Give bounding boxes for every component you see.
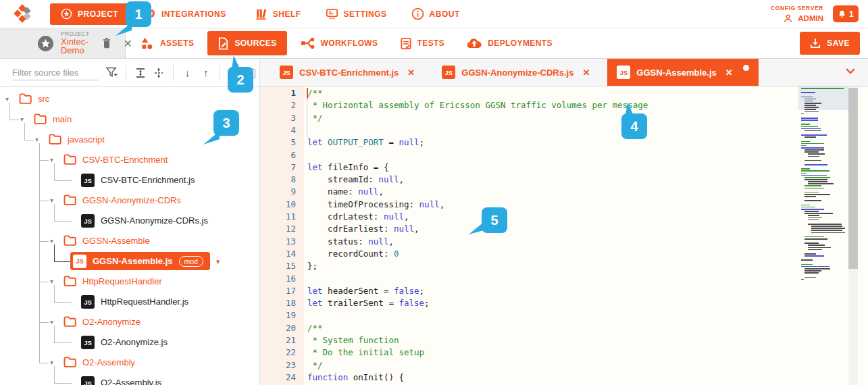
tree-file-label[interactable]: HttpRequestHandler.js [101,297,188,307]
tree-file-label[interactable]: O2-Anonymize.js [101,337,168,347]
tree-connector [39,282,49,282]
filter-icon[interactable] [104,65,120,81]
notifications-button[interactable]: 1 [833,5,859,22]
section-deployments[interactable]: DEPLOYMENTS [466,37,553,50]
close-tab-icon[interactable]: ✕ [582,68,590,78]
tree-connector [39,322,49,323]
close-tab-icon[interactable]: ✕ [407,68,415,78]
minimap-line [811,226,842,227]
js-file-icon: JS [81,336,95,349]
section-assets[interactable]: ASSETS [141,37,194,50]
editor-tab[interactable]: JSGGSN-Anonymize-CDRs.js✕ [432,59,599,86]
nav-item-shelf[interactable]: SHELF [255,8,301,20]
section-label: WORKFLOWS [321,38,378,48]
line-number: 24 [260,372,296,382]
nav-item-label: SETTINGS [344,9,387,19]
nav-item-settings[interactable]: SETTINGS [326,7,387,20]
code-line: * Do the initial setup [307,347,424,357]
file-menu-caret-icon[interactable]: ▾ [216,257,220,266]
minimap-line [805,105,816,106]
nav-item-about[interactable]: ABOUT [411,7,460,20]
filter-source-files-input[interactable] [12,66,99,80]
tree-toggle-icon[interactable]: ▾ [50,318,53,326]
collapse-all-icon[interactable] [132,65,148,81]
tree-toggle-icon[interactable]: ▾ [50,156,53,163]
code-line: }; [307,261,317,271]
tree-connector [39,241,40,282]
project-name: Xintec-Demo [61,37,89,55]
section-workflows[interactable]: WORKFLOWS [301,37,378,49]
tree-file-label[interactable]: GGSN-Anonymize-CDRs.js [101,215,208,226]
close-tab-icon[interactable]: ✕ [725,68,733,78]
save-button[interactable]: SAVE [800,32,860,55]
tree-file-label[interactable]: O2-Assembly.js [101,378,161,385]
folder-icon [63,276,76,286]
code-line: recordCount: 0 [307,249,399,259]
move-up-icon[interactable]: ↑ [198,65,213,81]
code-minimap[interactable] [801,88,846,281]
callout-tail [624,102,635,116]
admin-user[interactable]: ADMIN [771,14,823,24]
editor-tab[interactable]: JSCSV-BTC-Enrichment.js✕ [270,59,424,86]
callout-balloon-4: 4 [621,113,647,139]
code-line: streamId: null, [307,174,404,184]
code-line: */ [307,113,323,123]
minimap-line [801,147,824,149]
minimap-line [805,268,830,270]
tree-folder-javascript[interactable]: javascript [68,134,105,145]
minimap-line [801,113,804,115]
tree-folder-csv-btc-enrichment[interactable]: CSV-BTC-Enrichment [82,155,168,165]
tree-folder-src[interactable]: src [38,94,49,104]
tree-connector [39,143,40,160]
tree-toggle-icon[interactable]: ▾ [50,237,53,245]
nav-item-integrations[interactable]: ⚙ INTEGRATIONS [145,7,226,21]
nav-item-project[interactable]: PROJECT [50,3,129,25]
tree-toggle-icon[interactable]: ▾ [50,359,53,366]
tree-toggle-icon[interactable]: ▾ [50,278,53,285]
divider [173,65,174,81]
tree-toggle-icon[interactable]: ▾ [20,116,24,123]
minimap-line [805,101,813,102]
callout-tail [203,131,220,145]
code-editor[interactable]: 1/**2 * Horizontal assembly of Ericsson … [260,86,868,385]
minimap-line [805,238,827,240]
tree-folder-ggsn-assemble[interactable]: GGSN-Assemble [82,236,150,246]
tree-connector [54,383,72,384]
nav-item-label: INTEGRATIONS [161,9,226,19]
minimap-line [805,130,821,132]
tree-connector [54,285,55,302]
tree-folder-httprequesthandler[interactable]: HttpRequestHandler [82,276,162,286]
section-tests[interactable]: TESTS [400,37,445,50]
tree-connector [54,163,55,180]
delete-project-icon[interactable] [101,37,112,49]
tree-connector [39,160,49,161]
callout-tail [230,55,241,69]
tree-file-label[interactable]: CSV-BTC-Enrichment.js [101,175,195,185]
section-sources[interactable]: SOURCES [207,31,286,55]
chevron-down-icon[interactable] [845,68,856,74]
tree-file-selected[interactable]: JSGGSN-Assemble.jsmod [70,252,210,270]
tree-toggle-icon[interactable]: ▾ [50,197,53,204]
close-project-icon[interactable]: ✕ [123,37,132,50]
tree-connector [9,103,10,120]
minimap-line [811,232,845,234]
js-file-icon: JS [280,66,293,79]
editor-scrollbar-thumb[interactable] [848,88,858,269]
move-down-icon[interactable]: ↓ [180,65,195,81]
minimap-line [805,164,827,165]
expand-all-icon[interactable] [151,65,167,81]
line-number: 4 [260,125,296,135]
minimap-line [801,120,818,121]
tree-toggle-icon[interactable]: ▾ [5,95,9,103]
tree-folder-main[interactable]: main [53,114,72,124]
tree-folder-o2-assembly[interactable]: O2-Assembly [82,357,135,367]
code-line: */ [307,360,323,370]
editor-tab[interactable]: JSGGSN-Assemble.js✕ [607,59,758,86]
tree-folder-o2-anonymize[interactable]: O2-Anonymize [82,317,141,327]
minimap-line [801,266,829,267]
bell-icon [838,9,846,19]
minimap-line [805,277,816,278]
tree-toggle-icon[interactable]: ▾ [35,136,39,143]
tree-folder-ggsn-anonymize-cdrs[interactable]: GGSN-Anonymize-CDRs [82,195,181,205]
line-number: 22 [260,347,296,357]
